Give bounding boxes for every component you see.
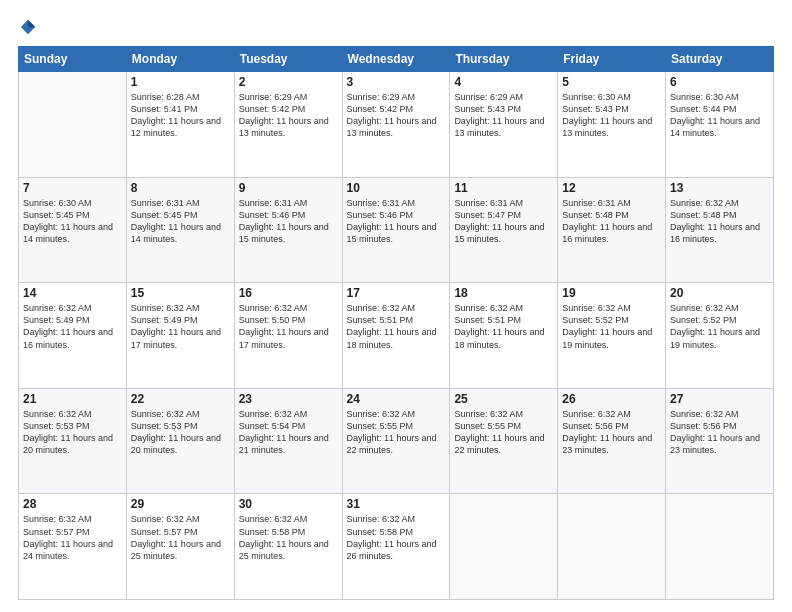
day-number: 13 bbox=[670, 181, 769, 195]
day-number: 27 bbox=[670, 392, 769, 406]
day-number: 25 bbox=[454, 392, 553, 406]
week-row-0: 1Sunrise: 6:28 AM Sunset: 5:41 PM Daylig… bbox=[19, 72, 774, 178]
calendar-cell: 28Sunrise: 6:32 AM Sunset: 5:57 PM Dayli… bbox=[19, 494, 127, 600]
col-friday: Friday bbox=[558, 47, 666, 72]
header-row: Sunday Monday Tuesday Wednesday Thursday… bbox=[19, 47, 774, 72]
day-info: Sunrise: 6:32 AM Sunset: 5:53 PM Dayligh… bbox=[131, 408, 230, 457]
calendar-cell bbox=[450, 494, 558, 600]
calendar-cell: 21Sunrise: 6:32 AM Sunset: 5:53 PM Dayli… bbox=[19, 388, 127, 494]
day-info: Sunrise: 6:32 AM Sunset: 5:55 PM Dayligh… bbox=[454, 408, 553, 457]
day-number: 18 bbox=[454, 286, 553, 300]
day-info: Sunrise: 6:32 AM Sunset: 5:49 PM Dayligh… bbox=[23, 302, 122, 351]
calendar-cell: 17Sunrise: 6:32 AM Sunset: 5:51 PM Dayli… bbox=[342, 283, 450, 389]
day-number: 29 bbox=[131, 497, 230, 511]
day-number: 22 bbox=[131, 392, 230, 406]
day-info: Sunrise: 6:32 AM Sunset: 5:52 PM Dayligh… bbox=[562, 302, 661, 351]
col-saturday: Saturday bbox=[666, 47, 774, 72]
day-number: 5 bbox=[562, 75, 661, 89]
week-row-3: 21Sunrise: 6:32 AM Sunset: 5:53 PM Dayli… bbox=[19, 388, 774, 494]
day-number: 14 bbox=[23, 286, 122, 300]
day-info: Sunrise: 6:32 AM Sunset: 5:52 PM Dayligh… bbox=[670, 302, 769, 351]
week-row-4: 28Sunrise: 6:32 AM Sunset: 5:57 PM Dayli… bbox=[19, 494, 774, 600]
calendar-cell: 22Sunrise: 6:32 AM Sunset: 5:53 PM Dayli… bbox=[126, 388, 234, 494]
day-info: Sunrise: 6:32 AM Sunset: 5:51 PM Dayligh… bbox=[347, 302, 446, 351]
day-number: 4 bbox=[454, 75, 553, 89]
day-number: 24 bbox=[347, 392, 446, 406]
day-number: 10 bbox=[347, 181, 446, 195]
day-number: 12 bbox=[562, 181, 661, 195]
col-thursday: Thursday bbox=[450, 47, 558, 72]
day-info: Sunrise: 6:30 AM Sunset: 5:43 PM Dayligh… bbox=[562, 91, 661, 140]
week-row-2: 14Sunrise: 6:32 AM Sunset: 5:49 PM Dayli… bbox=[19, 283, 774, 389]
col-tuesday: Tuesday bbox=[234, 47, 342, 72]
calendar-cell: 3Sunrise: 6:29 AM Sunset: 5:42 PM Daylig… bbox=[342, 72, 450, 178]
day-number: 28 bbox=[23, 497, 122, 511]
day-info: Sunrise: 6:31 AM Sunset: 5:45 PM Dayligh… bbox=[131, 197, 230, 246]
day-number: 23 bbox=[239, 392, 338, 406]
calendar-cell: 16Sunrise: 6:32 AM Sunset: 5:50 PM Dayli… bbox=[234, 283, 342, 389]
calendar-cell: 9Sunrise: 6:31 AM Sunset: 5:46 PM Daylig… bbox=[234, 177, 342, 283]
day-number: 9 bbox=[239, 181, 338, 195]
calendar-cell: 24Sunrise: 6:32 AM Sunset: 5:55 PM Dayli… bbox=[342, 388, 450, 494]
col-sunday: Sunday bbox=[19, 47, 127, 72]
day-info: Sunrise: 6:32 AM Sunset: 5:54 PM Dayligh… bbox=[239, 408, 338, 457]
calendar-cell: 23Sunrise: 6:32 AM Sunset: 5:54 PM Dayli… bbox=[234, 388, 342, 494]
calendar-cell: 19Sunrise: 6:32 AM Sunset: 5:52 PM Dayli… bbox=[558, 283, 666, 389]
col-wednesday: Wednesday bbox=[342, 47, 450, 72]
day-number: 19 bbox=[562, 286, 661, 300]
calendar-cell: 26Sunrise: 6:32 AM Sunset: 5:56 PM Dayli… bbox=[558, 388, 666, 494]
day-info: Sunrise: 6:32 AM Sunset: 5:58 PM Dayligh… bbox=[239, 513, 338, 562]
calendar-cell: 8Sunrise: 6:31 AM Sunset: 5:45 PM Daylig… bbox=[126, 177, 234, 283]
day-info: Sunrise: 6:32 AM Sunset: 5:57 PM Dayligh… bbox=[23, 513, 122, 562]
calendar-cell: 10Sunrise: 6:31 AM Sunset: 5:46 PM Dayli… bbox=[342, 177, 450, 283]
calendar-cell: 30Sunrise: 6:32 AM Sunset: 5:58 PM Dayli… bbox=[234, 494, 342, 600]
calendar-cell: 12Sunrise: 6:31 AM Sunset: 5:48 PM Dayli… bbox=[558, 177, 666, 283]
day-number: 7 bbox=[23, 181, 122, 195]
day-info: Sunrise: 6:32 AM Sunset: 5:53 PM Dayligh… bbox=[23, 408, 122, 457]
day-number: 11 bbox=[454, 181, 553, 195]
day-number: 1 bbox=[131, 75, 230, 89]
day-info: Sunrise: 6:32 AM Sunset: 5:58 PM Dayligh… bbox=[347, 513, 446, 562]
day-info: Sunrise: 6:31 AM Sunset: 5:48 PM Dayligh… bbox=[562, 197, 661, 246]
day-info: Sunrise: 6:32 AM Sunset: 5:48 PM Dayligh… bbox=[670, 197, 769, 246]
day-info: Sunrise: 6:28 AM Sunset: 5:41 PM Dayligh… bbox=[131, 91, 230, 140]
day-info: Sunrise: 6:31 AM Sunset: 5:46 PM Dayligh… bbox=[239, 197, 338, 246]
logo bbox=[18, 18, 37, 36]
page: Sunday Monday Tuesday Wednesday Thursday… bbox=[0, 0, 792, 612]
day-info: Sunrise: 6:29 AM Sunset: 5:42 PM Dayligh… bbox=[347, 91, 446, 140]
calendar-cell: 27Sunrise: 6:32 AM Sunset: 5:56 PM Dayli… bbox=[666, 388, 774, 494]
calendar-cell: 15Sunrise: 6:32 AM Sunset: 5:49 PM Dayli… bbox=[126, 283, 234, 389]
calendar-cell: 7Sunrise: 6:30 AM Sunset: 5:45 PM Daylig… bbox=[19, 177, 127, 283]
week-row-1: 7Sunrise: 6:30 AM Sunset: 5:45 PM Daylig… bbox=[19, 177, 774, 283]
calendar-cell: 18Sunrise: 6:32 AM Sunset: 5:51 PM Dayli… bbox=[450, 283, 558, 389]
calendar-cell: 31Sunrise: 6:32 AM Sunset: 5:58 PM Dayli… bbox=[342, 494, 450, 600]
day-info: Sunrise: 6:29 AM Sunset: 5:43 PM Dayligh… bbox=[454, 91, 553, 140]
day-number: 20 bbox=[670, 286, 769, 300]
calendar-cell: 20Sunrise: 6:32 AM Sunset: 5:52 PM Dayli… bbox=[666, 283, 774, 389]
header bbox=[18, 18, 774, 36]
logo-icon bbox=[19, 18, 37, 36]
day-number: 16 bbox=[239, 286, 338, 300]
day-info: Sunrise: 6:31 AM Sunset: 5:47 PM Dayligh… bbox=[454, 197, 553, 246]
day-info: Sunrise: 6:31 AM Sunset: 5:46 PM Dayligh… bbox=[347, 197, 446, 246]
day-number: 17 bbox=[347, 286, 446, 300]
calendar-cell: 14Sunrise: 6:32 AM Sunset: 5:49 PM Dayli… bbox=[19, 283, 127, 389]
day-number: 31 bbox=[347, 497, 446, 511]
calendar-cell: 25Sunrise: 6:32 AM Sunset: 5:55 PM Dayli… bbox=[450, 388, 558, 494]
calendar-cell: 6Sunrise: 6:30 AM Sunset: 5:44 PM Daylig… bbox=[666, 72, 774, 178]
day-number: 6 bbox=[670, 75, 769, 89]
day-number: 30 bbox=[239, 497, 338, 511]
day-number: 3 bbox=[347, 75, 446, 89]
day-info: Sunrise: 6:32 AM Sunset: 5:56 PM Dayligh… bbox=[562, 408, 661, 457]
day-info: Sunrise: 6:32 AM Sunset: 5:50 PM Dayligh… bbox=[239, 302, 338, 351]
day-number: 2 bbox=[239, 75, 338, 89]
calendar-cell: 5Sunrise: 6:30 AM Sunset: 5:43 PM Daylig… bbox=[558, 72, 666, 178]
calendar-cell bbox=[558, 494, 666, 600]
day-info: Sunrise: 6:32 AM Sunset: 5:51 PM Dayligh… bbox=[454, 302, 553, 351]
day-info: Sunrise: 6:32 AM Sunset: 5:55 PM Dayligh… bbox=[347, 408, 446, 457]
day-info: Sunrise: 6:32 AM Sunset: 5:56 PM Dayligh… bbox=[670, 408, 769, 457]
day-info: Sunrise: 6:30 AM Sunset: 5:45 PM Dayligh… bbox=[23, 197, 122, 246]
day-number: 21 bbox=[23, 392, 122, 406]
day-info: Sunrise: 6:29 AM Sunset: 5:42 PM Dayligh… bbox=[239, 91, 338, 140]
day-info: Sunrise: 6:32 AM Sunset: 5:57 PM Dayligh… bbox=[131, 513, 230, 562]
